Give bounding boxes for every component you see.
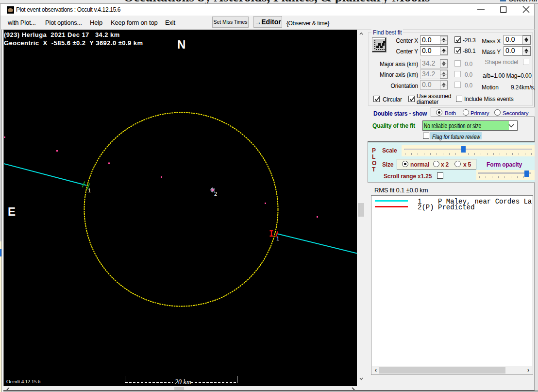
svg-text:20 km: 20 km bbox=[175, 378, 191, 386]
